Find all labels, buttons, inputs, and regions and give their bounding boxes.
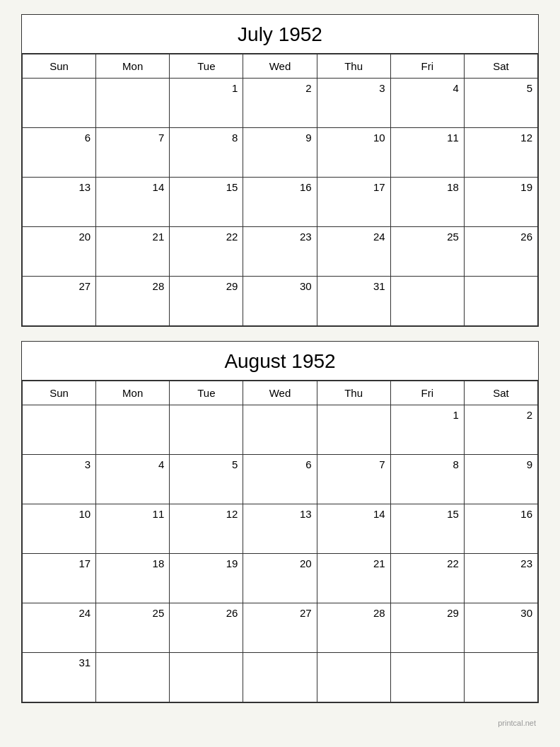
day-header-sun: Sun xyxy=(23,381,96,405)
calendar-day: 22 xyxy=(170,227,243,277)
calendar-day: 31 xyxy=(23,653,96,702)
calendar-day: 29 xyxy=(390,603,464,653)
day-header-fri: Fri xyxy=(390,54,464,79)
calendar-day: 10 xyxy=(317,128,390,178)
day-header-wed: Wed xyxy=(243,54,317,79)
calendar-day xyxy=(170,653,243,702)
calendar-day: 5 xyxy=(464,79,537,128)
day-header-mon: Mon xyxy=(96,54,170,79)
calendar-day: 27 xyxy=(243,603,317,653)
calendar-day: 25 xyxy=(96,603,170,653)
calendar-day: 25 xyxy=(390,227,464,277)
day-header-sat: Sat xyxy=(464,54,537,79)
calendar-day: 14 xyxy=(96,178,170,227)
calendar-day: 7 xyxy=(96,128,170,178)
calendar-day: 7 xyxy=(317,455,390,504)
calendar-day xyxy=(390,277,464,326)
calendar-day: 20 xyxy=(243,554,317,603)
calendar-day: 28 xyxy=(317,603,390,653)
calendar-day: 4 xyxy=(390,79,464,128)
day-header-thu: Thu xyxy=(317,381,390,405)
calendar-day: 1 xyxy=(170,79,243,128)
calendar-day xyxy=(96,653,170,702)
calendar-day: 6 xyxy=(23,128,96,178)
calendar-day xyxy=(317,405,390,455)
calendar-day: 5 xyxy=(170,455,243,504)
calendar-day: 2 xyxy=(464,405,537,455)
calendar-day: 15 xyxy=(170,178,243,227)
day-header-tue: Tue xyxy=(170,381,243,405)
day-header-wed: Wed xyxy=(243,381,317,405)
day-header-fri: Fri xyxy=(390,381,464,405)
calendar-day: 19 xyxy=(170,554,243,603)
calendar-day: 13 xyxy=(243,504,317,554)
calendar-day: 6 xyxy=(243,455,317,504)
calendar-day xyxy=(243,405,317,455)
calendar-day xyxy=(390,653,464,702)
calendar-day: 26 xyxy=(170,603,243,653)
calendar-day: 22 xyxy=(390,554,464,603)
calendar-day xyxy=(23,405,96,455)
calendar-day: 2 xyxy=(243,79,317,128)
calendar-day: 21 xyxy=(96,227,170,277)
calendar-day: 31 xyxy=(317,277,390,326)
calendar-day: 23 xyxy=(243,227,317,277)
calendar-day: 8 xyxy=(170,128,243,178)
calendar-day: 19 xyxy=(464,178,537,227)
calendar-day xyxy=(23,79,96,128)
calendar-grid-july-1952: SunMonTueWedThuFriSat1234567891011121314… xyxy=(22,54,538,326)
calendar-day: 16 xyxy=(243,178,317,227)
calendar-day xyxy=(170,405,243,455)
calendar-day xyxy=(96,405,170,455)
calendar-day: 11 xyxy=(390,128,464,178)
calendar-day: 26 xyxy=(464,227,537,277)
calendar-day: 30 xyxy=(243,277,317,326)
day-header-tue: Tue xyxy=(170,54,243,79)
calendar-day: 18 xyxy=(96,554,170,603)
watermark: printcal.net xyxy=(21,719,539,727)
calendar-day: 16 xyxy=(464,504,537,554)
calendar-day: 4 xyxy=(96,455,170,504)
calendar-day xyxy=(243,653,317,702)
calendar-day: 17 xyxy=(317,178,390,227)
calendar-day: 23 xyxy=(464,554,537,603)
calendar-day: 12 xyxy=(464,128,537,178)
calendar-day xyxy=(317,653,390,702)
calendar-day: 12 xyxy=(170,504,243,554)
calendar-title-july-1952: July 1952 xyxy=(22,15,538,54)
calendar-day: 11 xyxy=(96,504,170,554)
calendar-day xyxy=(464,277,537,326)
calendar-day: 20 xyxy=(23,227,96,277)
calendar-day: 9 xyxy=(464,455,537,504)
calendar-day: 8 xyxy=(390,455,464,504)
calendar-day xyxy=(464,653,537,702)
calendar-day: 29 xyxy=(170,277,243,326)
day-header-sat: Sat xyxy=(464,381,537,405)
calendar-day: 15 xyxy=(390,504,464,554)
calendar-day: 24 xyxy=(317,227,390,277)
calendar-day: 18 xyxy=(390,178,464,227)
calendar-day: 10 xyxy=(23,504,96,554)
calendar-day: 13 xyxy=(23,178,96,227)
calendar-day: 27 xyxy=(23,277,96,326)
calendar-day: 3 xyxy=(23,455,96,504)
calendar-july-1952: July 1952SunMonTueWedThuFriSat1234567891… xyxy=(21,14,539,327)
calendar-day: 17 xyxy=(23,554,96,603)
day-header-sun: Sun xyxy=(23,54,96,79)
calendar-day: 14 xyxy=(317,504,390,554)
calendar-day: 3 xyxy=(317,79,390,128)
calendar-day xyxy=(96,79,170,128)
calendar-day: 24 xyxy=(23,603,96,653)
calendar-day: 30 xyxy=(464,603,537,653)
calendar-day: 21 xyxy=(317,554,390,603)
calendar-august-1952: August 1952SunMonTueWedThuFriSat12345678… xyxy=(21,341,539,703)
day-header-mon: Mon xyxy=(96,381,170,405)
calendar-grid-august-1952: SunMonTueWedThuFriSat1234567891011121314… xyxy=(22,381,538,702)
calendar-day: 1 xyxy=(390,405,464,455)
day-header-thu: Thu xyxy=(317,54,390,79)
calendar-day: 28 xyxy=(96,277,170,326)
calendar-day: 9 xyxy=(243,128,317,178)
calendar-title-august-1952: August 1952 xyxy=(22,342,538,381)
